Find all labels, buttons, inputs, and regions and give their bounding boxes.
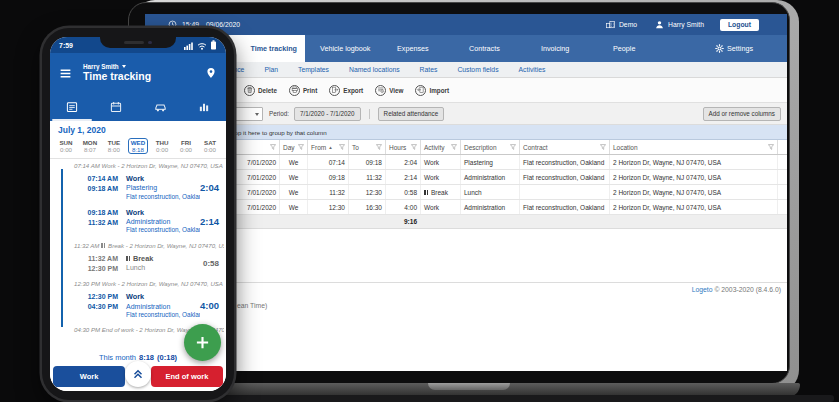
grid-header-row: Date▲DayFrom▲ToHoursActivityDescriptionC… — [145, 140, 787, 155]
filter-icon[interactable] — [600, 144, 606, 150]
car-icon — [154, 101, 167, 113]
tab-people[interactable]: People — [613, 35, 635, 62]
col-header-from[interactable]: From▲ — [308, 140, 349, 154]
timesheet-entry[interactable]: 07:14 AM09:18 AMWorkPlasteringFlat recon… — [72, 171, 224, 205]
cell-activity: Break — [421, 185, 461, 199]
column-title: Hours — [389, 144, 406, 151]
entry-start-time: 11:32 AM — [74, 254, 118, 264]
phone-tabbar — [50, 93, 226, 121]
tab-invoicing[interactable]: Invoicing — [541, 35, 569, 62]
cell-day: We — [280, 185, 308, 199]
related-attendance-button[interactable]: Related attendance — [378, 107, 445, 121]
entry-end-time: 09:18 AM — [74, 184, 118, 194]
timeline-marker: 11:32 AM Break - 2 Horizon Dr, Wayne, NJ… — [72, 239, 224, 251]
col-header-hours[interactable]: Hours — [386, 140, 421, 154]
weekday-fri[interactable]: FRI0:00 — [176, 138, 196, 154]
cell-day: We — [280, 170, 308, 184]
cell-from: 12:30 — [308, 200, 349, 214]
filter-icon[interactable] — [411, 144, 417, 150]
marker-label: Work - 2 Horizon Dr, Wayne, NJ 07470, US… — [102, 280, 223, 287]
tab-vehicle-logbook[interactable]: Vehicle logbook — [320, 35, 370, 62]
cell-location: 2 Horizon Dr, Wayne, NJ 07470, USA — [610, 170, 778, 184]
menu-icon[interactable] — [59, 67, 72, 80]
filter-icon[interactable] — [510, 144, 516, 150]
filter-icon[interactable] — [298, 144, 304, 150]
table-row[interactable]: 7/01/2020We09:1811:322:14WorkAdministrat… — [145, 170, 787, 185]
weekday-sat[interactable]: SAT0:00 — [200, 138, 220, 154]
weekday-mon[interactable]: MON8:07 — [80, 138, 100, 154]
phone-time: 7:59 — [59, 42, 73, 49]
weekday-sun[interactable]: SUN0:00 — [56, 138, 76, 154]
laptop-shadow — [128, 395, 834, 402]
weekday-tue[interactable]: TUE8:00 — [104, 138, 124, 154]
add-remove-columns-button[interactable]: Add or remove columns — [703, 107, 782, 121]
timesheet-entry[interactable]: 11:32 AM12:30 PMBreakLunch0:58 — [72, 251, 224, 278]
filter-icon[interactable] — [451, 144, 457, 150]
period-range-button[interactable]: 7/1/2020 - 7/1/2020 — [294, 107, 361, 121]
company-name[interactable]: Demo — [619, 21, 637, 28]
filter-icon[interactable] — [768, 144, 774, 150]
col-header-location[interactable]: Location — [610, 140, 778, 154]
toolbar-export-button[interactable]: Export — [329, 85, 363, 96]
current-user[interactable]: Harry Smith — [668, 21, 704, 28]
subnav-named-locations[interactable]: Named locations — [349, 66, 400, 73]
subnav-plan[interactable]: Plan — [264, 66, 278, 73]
subnav-templates[interactable]: Templates — [298, 66, 329, 73]
tab-timesheet[interactable] — [50, 93, 94, 121]
weekday-hours: 8:00 — [105, 146, 123, 153]
trash-icon — [244, 85, 255, 96]
filter-icon[interactable] — [270, 144, 276, 150]
col-header-contract[interactable]: Contract — [520, 140, 610, 154]
table-row[interactable]: 7/01/2020We11:3212:300:58BreakLunch2 Hor… — [145, 185, 787, 200]
col-header-to[interactable]: To — [349, 140, 386, 154]
timesheet-entry[interactable]: 09:18 AM11:32 AMWorkAdministrationFlat r… — [72, 205, 224, 239]
table-row[interactable]: 7/01/2020We07:1409:182:04WorkPlasteringF… — [145, 155, 787, 170]
filter-bar: Period: 7/1/2020 - 7/1/2020 Related atte… — [145, 102, 787, 125]
location-pin-icon[interactable] — [205, 67, 217, 79]
weekday-name: MON — [81, 139, 99, 146]
subnav-rates[interactable]: Rates — [420, 66, 438, 73]
chevron-down-icon — [255, 113, 259, 116]
expand-actions-button[interactable] — [125, 361, 151, 387]
subnav-custom-fields[interactable]: Custom fields — [457, 66, 498, 73]
toolbar-delete-button[interactable]: Delete — [244, 85, 277, 96]
toolbar-import-button[interactable]: Import — [415, 85, 449, 96]
tab-vehicle[interactable] — [138, 93, 182, 121]
tab-stats[interactable] — [182, 93, 226, 121]
work-button[interactable]: Work — [53, 366, 125, 387]
phone-mockup: 7:59 Harry Smith Time tracking — [42, 28, 234, 400]
subnav-activities[interactable]: Activities — [519, 66, 546, 73]
cell-contract: Flat reconstruction, Oakland — [520, 200, 610, 214]
end-of-work-button[interactable]: End of work — [151, 366, 223, 387]
col-header-day[interactable]: Day — [280, 140, 308, 154]
weekday-wed[interactable]: WED8:18 — [128, 138, 148, 154]
entry-start-time: 09:18 AM — [74, 208, 118, 218]
gear-icon — [715, 44, 724, 53]
col-header-description[interactable]: Description — [461, 140, 520, 154]
tab-expenses[interactable]: Expenses — [397, 35, 429, 62]
timesheet-entry[interactable]: 12:30 PM04:30 PMWorkAdministrationFlat r… — [72, 289, 224, 323]
cell-to: 09:18 — [349, 155, 386, 169]
toolbar-view-button[interactable]: View — [375, 85, 403, 96]
table-row[interactable]: 7/01/2020We12:3016:304:00WorkAdministrat… — [145, 200, 787, 215]
logout-button[interactable]: Logout — [720, 19, 759, 31]
phone-user-selector[interactable]: Harry Smith — [83, 63, 151, 71]
logeto-link[interactable]: Logeto — [692, 286, 713, 293]
cell-to: 12:30 — [349, 185, 386, 199]
cell-contract — [520, 185, 610, 199]
col-header-activity[interactable]: Activity — [421, 140, 461, 154]
filter-icon[interactable] — [339, 144, 345, 150]
tab-calendar[interactable] — [94, 93, 138, 121]
topbar-time: 15:49 — [182, 21, 199, 28]
weekday-thu[interactable]: THU0:00 — [152, 138, 172, 154]
laptop-base-notch — [428, 383, 510, 390]
weekday-name: SUN — [57, 139, 75, 146]
calendar-icon — [110, 101, 122, 113]
column-title: Location — [613, 144, 638, 151]
add-entry-fab[interactable] — [184, 324, 221, 361]
period-label: Period: — [269, 110, 289, 117]
filter-icon[interactable] — [376, 144, 382, 150]
toolbar-print-button[interactable]: Print — [289, 85, 317, 96]
tab-contracts[interactable]: Contracts — [469, 35, 500, 62]
settings-button[interactable]: Settings — [715, 35, 753, 62]
